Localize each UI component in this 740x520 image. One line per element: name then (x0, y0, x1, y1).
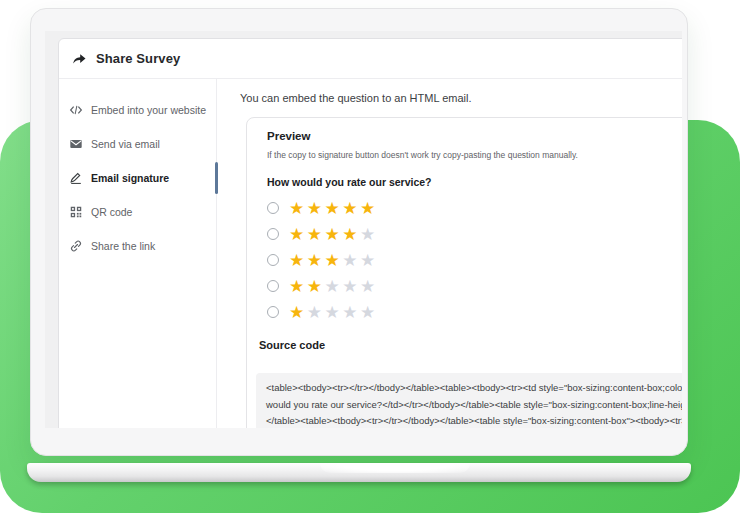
sidebar-item-email-signature[interactable]: Email signature (59, 161, 216, 195)
rating-radio[interactable] (267, 228, 279, 240)
rating-option-3-stars: ★★★★★ (267, 247, 682, 273)
preview-title: Preview (267, 130, 682, 142)
star-icon: ★ (324, 251, 342, 270)
star-icon: ★ (289, 199, 307, 218)
star-icons: ★★★★★ (289, 304, 378, 321)
star-icon: ★ (307, 251, 325, 270)
envelope-icon (69, 137, 83, 151)
rating-option-1-stars: ★★★★★ (267, 299, 682, 325)
star-icon: ★ (360, 277, 378, 296)
preview-note: If the copy to signature button doesn't … (267, 150, 682, 160)
rating-option-2-stars: ★★★★★ (267, 273, 682, 299)
laptop-base (27, 463, 691, 482)
star-icon: ★ (324, 225, 342, 244)
sidebar-item-embed-into-your-website[interactable]: Embed into your website (59, 93, 216, 127)
modal-title: Share Survey (96, 51, 180, 66)
star-icon: ★ (289, 225, 307, 244)
laptop-base-notch (320, 463, 470, 473)
star-icon: ★ (307, 225, 325, 244)
rating-radio[interactable] (267, 280, 279, 292)
sidebar-item-label: QR code (91, 206, 132, 218)
star-icon: ★ (360, 251, 378, 270)
laptop-screen: Share Survey Embed into your websiteSend… (30, 8, 688, 456)
sidebar-item-label: Email signature (91, 172, 169, 184)
star-icon: ★ (324, 199, 342, 218)
code-icon (69, 103, 83, 117)
sidebar-item-label: Send via email (91, 138, 160, 150)
share-icon (71, 51, 87, 67)
rating-radio[interactable] (267, 202, 279, 214)
rating-radio[interactable] (267, 254, 279, 266)
intro-text: You can embed the question to an HTML em… (240, 92, 682, 104)
signature-icon (69, 171, 83, 185)
modal-content: You can embed the question to an HTML em… (217, 79, 682, 428)
source-code-line: </table><table><tbody><tr></tr></tbody><… (266, 413, 682, 428)
source-code-title: Source code (259, 339, 682, 351)
star-icon: ★ (324, 303, 342, 322)
sidebar-item-share-the-link[interactable]: Share the link (59, 229, 216, 263)
sidebar-item-label: Share the link (91, 240, 155, 252)
rating-radio[interactable] (267, 306, 279, 318)
star-icon: ★ (289, 277, 307, 296)
star-icon: ★ (342, 199, 360, 218)
star-icon: ★ (342, 277, 360, 296)
link-icon (69, 239, 83, 253)
star-icon: ★ (360, 303, 378, 322)
share-survey-modal: Share Survey Embed into your websiteSend… (58, 38, 682, 428)
rating-option-5-stars: ★★★★★ (267, 195, 682, 221)
star-icon: ★ (342, 251, 360, 270)
star-icon: ★ (324, 277, 342, 296)
source-code-box[interactable]: <table><tbody><tr></tr></tbody></table><… (256, 373, 682, 428)
modal-body: Embed into your websiteSend via emailEma… (59, 79, 682, 428)
survey-question: How would you rate our service? (267, 176, 682, 188)
source-code-line: <table><tbody><tr></tr></tbody></table><… (266, 380, 682, 397)
star-icons: ★★★★★ (289, 278, 378, 295)
laptop-display: Share Survey Embed into your websiteSend… (45, 31, 682, 428)
star-icon: ★ (307, 277, 325, 296)
star-icon: ★ (289, 303, 307, 322)
star-icons: ★★★★★ (289, 200, 378, 217)
star-icon: ★ (307, 199, 325, 218)
rating-option-4-stars: ★★★★★ (267, 221, 682, 247)
star-icon: ★ (342, 225, 360, 244)
source-code-line: would you rate our service?</td></tr></t… (266, 397, 682, 414)
star-icon: ★ (342, 303, 360, 322)
sidebar-item-qr-code[interactable]: QR code (59, 195, 216, 229)
share-options-sidebar: Embed into your websiteSend via emailEma… (59, 79, 217, 428)
star-icon: ★ (307, 303, 325, 322)
sidebar-item-label: Embed into your website (91, 104, 206, 116)
sidebar-item-send-via-email[interactable]: Send via email (59, 127, 216, 161)
star-icons: ★★★★★ (289, 226, 378, 243)
qr-icon (69, 205, 83, 219)
star-icon: ★ (360, 199, 378, 218)
star-icons: ★★★★★ (289, 252, 378, 269)
modal-header: Share Survey (59, 39, 682, 79)
star-icon: ★ (360, 225, 378, 244)
rating-options: ★★★★★★★★★★★★★★★★★★★★★★★★★ (267, 195, 682, 325)
star-icon: ★ (289, 251, 307, 270)
preview-card: Preview If the copy to signature button … (246, 117, 682, 428)
